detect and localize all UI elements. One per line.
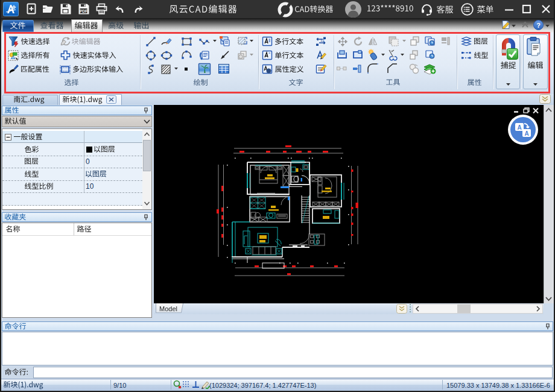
svg-text:PDF: PDF	[80, 9, 87, 13]
svg-text:?: ?	[536, 22, 541, 29]
